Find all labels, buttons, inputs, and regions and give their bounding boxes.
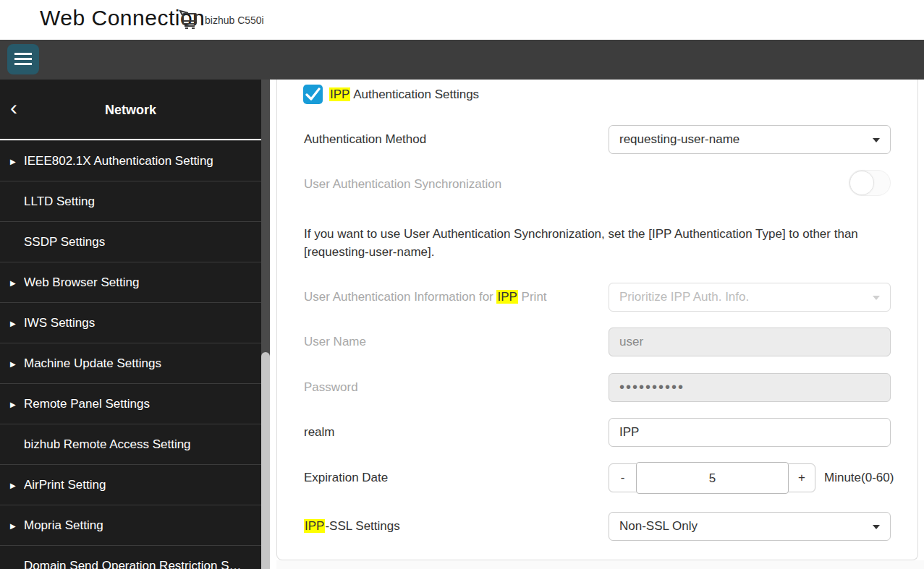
ipp-ssl-select[interactable]: Non-SSL Only <box>609 512 891 541</box>
section-title: IPP Authentication Settings <box>329 85 479 104</box>
chevron-down-icon <box>873 525 880 529</box>
sidebar-item-web-browser[interactable]: ▶ Web Browser Setting <box>0 262 270 302</box>
highlight-ipp: IPP <box>304 519 325 533</box>
sidebar-item-bizhub-remote-access[interactable]: bizhub Remote Access Setting <box>0 424 270 464</box>
chevron-down-icon <box>873 138 880 142</box>
sidebar-title: Network <box>0 80 261 140</box>
sidebar-scrollbar[interactable] <box>261 80 270 569</box>
expiration-stepper: - 5 + <box>609 463 815 492</box>
expand-arrow-icon: ▶ <box>10 521 16 529</box>
ipp-authentication-checkbox[interactable] <box>303 85 323 104</box>
realm-label: realm <box>304 418 335 447</box>
check-icon <box>305 87 321 101</box>
hamburger-icon <box>14 53 32 55</box>
sidebar-item-machine-update[interactable]: ▶ Machine Update Settings <box>0 343 270 383</box>
expand-arrow-icon: ▶ <box>10 359 16 367</box>
printer-icon <box>178 8 203 34</box>
ipp-ssl-label: IPP-SSL Settings <box>304 512 400 541</box>
expand-arrow-icon: ▶ <box>10 157 16 165</box>
chevron-down-icon <box>873 296 880 300</box>
toggle-knob <box>849 171 874 195</box>
decrement-button[interactable]: - <box>609 464 636 492</box>
sidebar-network-menu: ‹ Network ▶ IEEE802.1X Authentication Se… <box>0 80 270 569</box>
sidebar-item-ieee8021x[interactable]: ▶ IEEE802.1X Authentication Setting <box>0 140 270 181</box>
sidebar-scrollbar-thumb[interactable] <box>261 352 270 569</box>
hamburger-menu-button[interactable] <box>7 44 39 74</box>
device-name: bizhub C550i <box>205 14 264 26</box>
expiration-value-input[interactable]: 5 <box>636 462 789 494</box>
password-input: •••••••••• <box>609 373 891 402</box>
sidebar-item-ssdp[interactable]: SSDP Settings <box>0 221 270 262</box>
site-header: Web Connection bizhub C550i <box>0 0 924 40</box>
highlight-ipp: IPP <box>496 290 517 304</box>
expiration-date-label: Expiration Date <box>304 463 388 492</box>
page-background <box>276 560 924 569</box>
sidebar-item-domain-send-restriction[interactable]: Domain Send Operation Restriction S… <box>0 545 270 569</box>
sync-note-text: If you want to use User Authentication S… <box>304 225 886 261</box>
sidebar-item-mopria[interactable]: ▶ Mopria Setting <box>0 505 270 545</box>
sidebar-header: ‹ Network <box>0 80 270 140</box>
user-name-label: User Name <box>304 328 366 356</box>
highlight-ipp: IPP <box>329 87 350 101</box>
expiration-unit-label: Minute(0-60) <box>824 463 894 492</box>
expand-arrow-icon: ▶ <box>10 319 16 327</box>
user-name-input: user <box>609 328 891 356</box>
user-auth-info-select: Prioritize IPP Auth. Info. <box>609 283 891 312</box>
sidebar-item-iws[interactable]: ▶ IWS Settings <box>0 302 270 343</box>
user-auth-info-label: User Authentication Information for IPP … <box>304 283 547 312</box>
toolbar <box>0 40 924 80</box>
expand-arrow-icon: ▶ <box>10 278 16 286</box>
password-label: Password <box>304 373 358 402</box>
sidebar-item-airprint[interactable]: ▶ AirPrint Setting <box>0 464 270 505</box>
realm-input[interactable]: IPP <box>609 418 891 447</box>
user-auth-sync-label: User Authentication Synchronization <box>304 170 501 199</box>
sidebar-item-remote-panel[interactable]: ▶ Remote Panel Settings <box>0 383 270 424</box>
ipp-settings-panel: IPP Authentication Settings Authenticati… <box>276 80 918 560</box>
expand-arrow-icon: ▶ <box>10 400 16 408</box>
expand-arrow-icon: ▶ <box>10 481 16 489</box>
user-auth-sync-toggle[interactable] <box>849 170 891 196</box>
sidebar-item-lltd[interactable]: LLTD Setting <box>0 181 270 221</box>
increment-button[interactable]: + <box>789 464 815 492</box>
auth-method-select[interactable]: requesting-user-name <box>609 125 891 154</box>
auth-method-label: Authentication Method <box>304 125 426 154</box>
